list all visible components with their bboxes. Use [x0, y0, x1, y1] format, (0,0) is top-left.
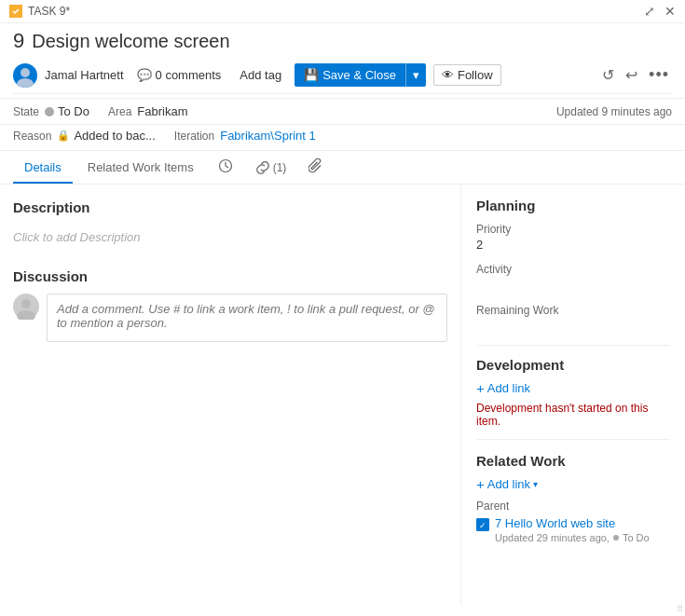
state-meta: State To Do: [13, 104, 89, 118]
state-dot: [45, 107, 54, 116]
svg-point-2: [17, 78, 34, 88]
resize-handle[interactable]: ⠿: [672, 603, 685, 616]
plus-icon-1: +: [476, 380, 485, 396]
task-label: TASK 9*: [28, 5, 70, 18]
development-title: Development: [476, 357, 670, 373]
priority-field: Priority 2: [476, 223, 670, 252]
user-name: Jamal Hartnett: [45, 68, 124, 82]
comment-area: [13, 294, 447, 342]
comments-button[interactable]: 💬 0 comments: [131, 65, 227, 85]
link-count: (1): [273, 161, 287, 174]
close-icon[interactable]: ✕: [664, 4, 676, 19]
svg-point-5: [17, 310, 35, 320]
related-item: ✓ 7 Hello World web site Updated 29 minu…: [476, 516, 670, 543]
tab-link-icon[interactable]: (1): [246, 153, 296, 183]
state-label: State: [13, 105, 39, 118]
follow-label: Follow: [458, 68, 493, 82]
comment-input[interactable]: [47, 294, 447, 342]
dev-note: Development hasn't started on this item.: [476, 402, 670, 428]
discussion-title: Discussion: [13, 268, 447, 284]
area-label: Area: [108, 105, 131, 118]
avatar: [13, 63, 37, 88]
remaining-work-field: Remaining Work: [476, 304, 670, 334]
meta-row-1: State To Do Area Fabrikam Updated 9 minu…: [0, 99, 685, 125]
lock-icon: 🔒: [57, 130, 70, 142]
related-add-link-label: Add link: [487, 477, 530, 491]
remaining-work-value[interactable]: [476, 319, 670, 334]
title-bar-right: ⤢ ✕: [644, 4, 676, 19]
related-item-meta: Updated 29 minutes ago, To Do: [495, 532, 650, 543]
related-item-icon: ✓: [476, 518, 489, 531]
divider-1: [476, 345, 670, 346]
save-close-main[interactable]: 💾 Save & Close: [295, 63, 405, 87]
title-bar: TASK 9* ⤢ ✕: [0, 0, 685, 23]
area-meta: Area Fabrikam: [108, 104, 188, 118]
priority-label: Priority: [476, 223, 670, 236]
dev-add-link-button[interactable]: + Add link: [476, 380, 670, 396]
save-close-label: Save & Close: [322, 68, 396, 82]
tab-history-icon[interactable]: [209, 151, 242, 184]
priority-value[interactable]: 2: [476, 238, 670, 252]
planning-title: Planning: [476, 198, 670, 213]
related-updated: Updated 29 minutes ago,: [495, 532, 610, 543]
comments-icon: 💬: [137, 68, 152, 82]
task-icon: [9, 5, 22, 18]
reason-label: Reason: [13, 130, 51, 143]
save-close-button[interactable]: 💾 Save & Close ▾: [295, 63, 426, 87]
tab-details[interactable]: Details: [13, 153, 73, 184]
related-state: To Do: [623, 532, 650, 543]
save-icon: 💾: [304, 68, 319, 82]
reason-text[interactable]: Added to bac...: [74, 129, 155, 143]
iteration-value[interactable]: Fabrikam\Sprint 1: [220, 129, 316, 143]
more-icon[interactable]: •••: [646, 62, 672, 88]
related-item-body: 7 Hello World web site Updated 29 minute…: [495, 516, 650, 543]
area-value[interactable]: Fabrikam: [137, 104, 187, 118]
plus-icon-2: +: [476, 476, 485, 492]
activity-label: Activity: [476, 263, 670, 276]
work-item-number-title: 9 Design welcome screen: [13, 29, 672, 53]
state-text[interactable]: To Do: [58, 104, 89, 118]
follow-button[interactable]: 👁 Follow: [433, 64, 501, 86]
divider-2: [476, 439, 670, 440]
activity-value[interactable]: [476, 278, 670, 293]
activity-field: Activity: [476, 263, 670, 293]
remaining-work-label: Remaining Work: [476, 304, 670, 317]
reason-meta: Reason 🔒 Added to bac...: [13, 129, 156, 143]
save-close-dropdown[interactable]: ▾: [405, 63, 426, 87]
title-bar-left: TASK 9*: [9, 5, 70, 18]
related-work-title: Related Work: [476, 453, 670, 469]
add-link-arrow[interactable]: ▾: [533, 479, 538, 489]
svg-text:✓: ✓: [479, 521, 486, 530]
parent-label: Parent: [476, 500, 670, 513]
resize-icon: ⠿: [677, 604, 683, 614]
work-item-number: 9: [13, 29, 24, 53]
toolbar-right: ↺ ↩ •••: [599, 62, 672, 88]
description-title: Description: [13, 199, 447, 215]
related-add-link-button[interactable]: + Add link ▾: [476, 476, 670, 492]
related-dot: [613, 535, 619, 541]
description-placeholder[interactable]: Click to add Description: [13, 225, 447, 250]
svg-point-4: [21, 299, 31, 308]
related-item-number: 7: [495, 516, 501, 530]
comments-count: 0 comments: [156, 68, 222, 82]
work-item-title[interactable]: Design welcome screen: [32, 31, 229, 52]
tab-related-work-items[interactable]: Related Work Items: [76, 153, 205, 184]
related-item-title: Hello World web site: [505, 516, 615, 530]
updated-text: Updated 9 minutes ago: [556, 105, 672, 118]
tab-attach-icon[interactable]: [299, 151, 333, 184]
state-value: To Do: [45, 104, 89, 118]
iteration-label: Iteration: [174, 130, 214, 143]
meta-row-2: Reason 🔒 Added to bac... Iteration Fabri…: [0, 125, 685, 151]
eye-icon: 👁: [442, 68, 454, 82]
right-pane: Planning Priority 2 Activity Remaining W…: [461, 185, 685, 605]
expand-icon[interactable]: ⤢: [644, 4, 655, 19]
toolbar: Jamal Hartnett 💬 0 comments Add tag 💾 Sa…: [13, 59, 672, 94]
refresh-icon[interactable]: ↺: [599, 63, 617, 87]
add-tag-button[interactable]: Add tag: [234, 65, 287, 85]
undo-icon[interactable]: ↩: [623, 63, 640, 87]
left-pane: Description Click to add Description Dis…: [0, 185, 461, 605]
related-item-link[interactable]: 7 Hello World web site: [495, 516, 650, 530]
dev-add-link-label: Add link: [487, 381, 530, 395]
tabs: Details Related Work Items (1): [0, 151, 685, 185]
reason-value: 🔒 Added to bac...: [57, 129, 155, 143]
